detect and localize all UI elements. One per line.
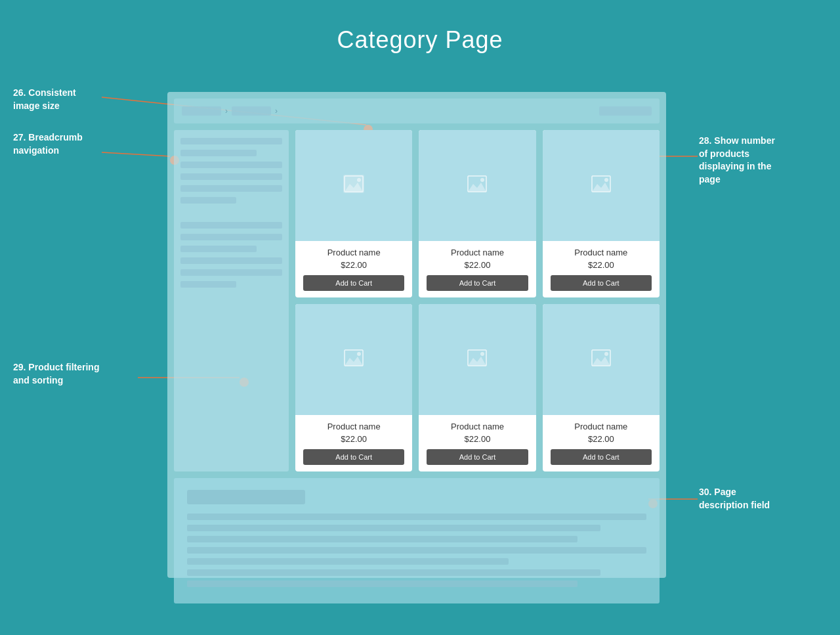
- sidebar-line-6: [180, 197, 236, 204]
- header-bar: › ›: [174, 99, 660, 123]
- product-name-2: Product name: [427, 248, 528, 257]
- add-to-cart-button-1[interactable]: Add to Cart: [303, 275, 404, 291]
- breadcrumb-item-1[interactable]: [182, 106, 221, 116]
- svg-point-11: [480, 178, 484, 182]
- sidebar-line-11: [180, 269, 282, 276]
- image-placeholder-icon-4: [343, 349, 364, 371]
- sidebar-line-7: [180, 222, 282, 229]
- svg-marker-13: [592, 183, 610, 192]
- add-to-cart-button-6[interactable]: Add to Cart: [551, 449, 652, 465]
- annotation-27-text: 27. Breadcrumbnavigation: [13, 132, 83, 156]
- svg-point-17: [357, 352, 361, 356]
- product-info-1: Product name $22.00 Add to Cart: [295, 241, 412, 297]
- sidebar-line-8: [180, 234, 282, 240]
- sidebar-line-10: [180, 257, 282, 264]
- breadcrumb-chevron-2: ›: [275, 106, 278, 116]
- product-price-2: $22.00: [427, 260, 528, 270]
- svg-marker-22: [592, 357, 610, 366]
- add-to-cart-button-4[interactable]: Add to Cart: [303, 449, 404, 465]
- annotation-30-text: 30. Pagedescription field: [699, 487, 770, 510]
- annotation-29-text: 29. Product filteringand sorting: [13, 362, 99, 385]
- svg-point-20: [480, 352, 484, 356]
- product-name-5: Product name: [427, 422, 528, 431]
- product-image-4: [295, 304, 412, 415]
- svg-point-8: [357, 178, 361, 182]
- desc-line-4: [187, 547, 646, 554]
- annotation-26: 26. Consistentimage size: [13, 87, 76, 112]
- product-card-4: Product name $22.00 Add to Cart: [295, 304, 412, 471]
- desc-line-1: [187, 514, 646, 520]
- product-price-5: $22.00: [427, 434, 528, 444]
- product-card-6: Product name $22.00 Add to Cart: [543, 304, 660, 471]
- product-card-3: Product name $22.00 Add to Cart: [543, 130, 660, 297]
- product-image-5: [419, 304, 536, 415]
- svg-point-23: [604, 352, 608, 356]
- sidebar-line-9: [180, 246, 257, 252]
- annotation-26-text: 26. Consistentimage size: [13, 87, 76, 111]
- product-count-display: [599, 106, 652, 116]
- image-placeholder-icon-1: [343, 175, 364, 197]
- sidebar-line-5: [180, 185, 282, 192]
- products-grid: Product name $22.00 Add to Cart: [295, 130, 660, 471]
- product-price-4: $22.00: [303, 434, 404, 444]
- product-image-1: [295, 130, 412, 241]
- product-card-2: Product name $22.00 Add to Cart: [419, 130, 536, 297]
- annotation-27: 27. Breadcrumbnavigation: [13, 131, 83, 157]
- product-name-3: Product name: [551, 248, 652, 257]
- desc-line-6: [187, 569, 600, 576]
- add-to-cart-button-3[interactable]: Add to Cart: [551, 275, 652, 291]
- content-area: Product name $22.00 Add to Cart: [174, 130, 660, 471]
- image-placeholder-icon-3: [591, 175, 612, 197]
- annotation-28-text: 28. Show numberof productsdisplaying in …: [699, 135, 775, 185]
- svg-line-1: [102, 152, 170, 156]
- svg-point-14: [604, 178, 608, 182]
- annotation-30: 30. Pagedescription field: [699, 486, 827, 512]
- page-title: Category Page: [0, 0, 840, 54]
- description-title-bar: [187, 490, 305, 504]
- desc-line-3: [187, 536, 578, 542]
- sidebar-line-12: [180, 281, 236, 288]
- sidebar-line-2: [180, 150, 257, 156]
- sidebar-line-3: [180, 162, 282, 168]
- sidebar-line-4: [180, 173, 282, 180]
- product-card-5: Product name $22.00 Add to Cart: [419, 304, 536, 471]
- desc-line-2: [187, 525, 600, 531]
- breadcrumb-area: › ›: [182, 106, 278, 116]
- description-section: [174, 478, 660, 603]
- add-to-cart-button-5[interactable]: Add to Cart: [427, 449, 528, 465]
- sidebar-filter-panel: [174, 130, 289, 471]
- product-info-3: Product name $22.00 Add to Cart: [543, 241, 660, 297]
- add-to-cart-button-2[interactable]: Add to Cart: [427, 275, 528, 291]
- product-price-6: $22.00: [551, 434, 652, 444]
- product-info-6: Product name $22.00 Add to Cart: [543, 415, 660, 471]
- image-placeholder-icon-5: [467, 349, 488, 371]
- svg-marker-10: [468, 183, 486, 192]
- product-name-4: Product name: [303, 422, 404, 431]
- svg-marker-19: [468, 357, 486, 366]
- product-info-4: Product name $22.00 Add to Cart: [295, 415, 412, 471]
- product-image-6: [543, 304, 660, 415]
- product-price-1: $22.00: [303, 260, 404, 270]
- product-name-6: Product name: [551, 422, 652, 431]
- desc-line-7: [187, 580, 578, 587]
- product-image-3: [543, 130, 660, 241]
- product-info-2: Product name $22.00 Add to Cart: [419, 241, 536, 297]
- sidebar-line-1: [180, 138, 282, 144]
- breadcrumb-chevron-1: ›: [225, 106, 228, 116]
- breadcrumb-item-2[interactable]: [232, 106, 271, 116]
- svg-marker-16: [345, 357, 363, 366]
- product-price-3: $22.00: [551, 260, 652, 270]
- image-placeholder-icon-6: [591, 349, 612, 371]
- annotation-28: 28. Show numberof productsdisplaying in …: [699, 135, 827, 186]
- product-card-1: Product name $22.00 Add to Cart: [295, 130, 412, 297]
- image-placeholder-icon-2: [467, 175, 488, 197]
- wireframe-container: › ›: [167, 92, 666, 578]
- annotation-29: 29. Product filteringand sorting: [13, 361, 99, 387]
- product-info-5: Product name $22.00 Add to Cart: [419, 415, 536, 471]
- product-image-2: [419, 130, 536, 241]
- product-name-1: Product name: [303, 248, 404, 257]
- desc-line-5: [187, 558, 509, 565]
